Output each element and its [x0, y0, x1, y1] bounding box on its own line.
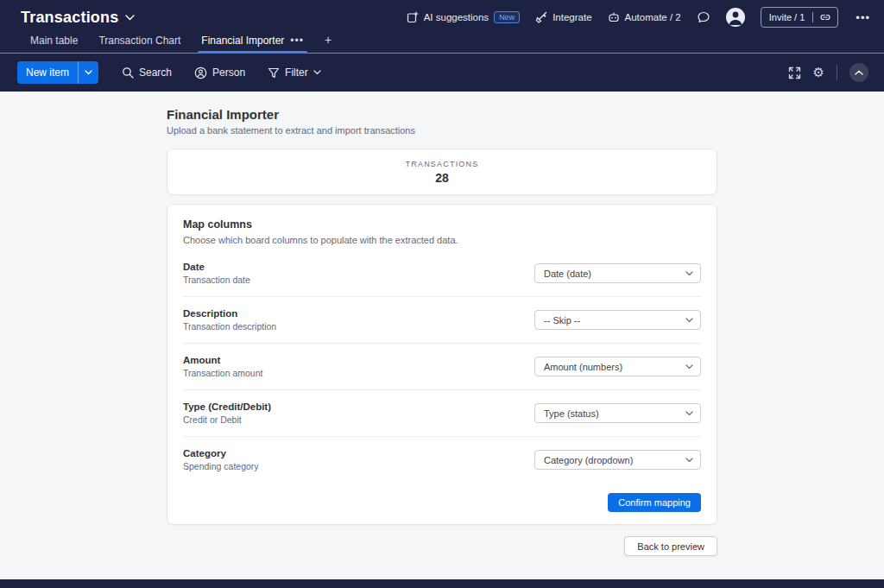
column-mapping-select[interactable]: Amount (numbers)	[534, 357, 701, 376]
mapping-row-labels: Category Spending category	[183, 448, 259, 471]
user-avatar[interactable]	[726, 8, 745, 27]
ai-suggestions-icon	[407, 11, 419, 23]
column-sublabel: Credit or Debit	[183, 414, 271, 425]
column-label: Type (Credit/Debit)	[183, 401, 271, 412]
integrate-label: Integrate	[552, 12, 591, 22]
chevron-down-icon	[685, 411, 693, 416]
settings-button[interactable]: ⚙	[813, 65, 824, 80]
mapping-row: Description Transaction description -- S…	[183, 297, 701, 344]
map-columns-card: Map columns Choose which board columns t…	[167, 204, 717, 525]
page-title: Financial Importer	[167, 107, 717, 122]
mapping-row: Type (Credit/Debit) Credit or Debit Type…	[183, 390, 701, 437]
column-sublabel: Spending category	[183, 461, 259, 471]
header-top-row: Transactions AI suggestions New Integrat…	[0, 0, 884, 33]
mapping-row-labels: Date Transaction date	[183, 262, 250, 285]
integrate-button[interactable]: Integrate	[535, 11, 591, 23]
back-to-preview-button[interactable]: Back to preview	[624, 536, 717, 556]
integrate-wand-icon	[535, 11, 547, 23]
collapse-header-button[interactable]	[849, 63, 868, 82]
chevron-down-icon	[685, 364, 693, 370]
copy-link-button[interactable]	[812, 12, 837, 22]
column-mapping-select[interactable]: Category (dropdown)	[534, 450, 701, 470]
mapping-row: Amount Transaction amount Amount (number…	[183, 344, 701, 390]
main-content: Financial Importer Upload a bank stateme…	[0, 92, 884, 556]
transactions-count: 28	[435, 171, 449, 185]
person-label: Person	[212, 66, 245, 79]
chat-bubble-icon	[697, 10, 710, 24]
automate-button[interactable]: Automate / 2	[608, 11, 681, 23]
column-sublabel: Transaction date	[183, 275, 250, 285]
ai-suggestions-button[interactable]: AI suggestions New	[407, 11, 520, 23]
new-item-caret-button[interactable]	[78, 61, 98, 84]
select-value: Type (status)	[544, 408, 599, 419]
person-filter-button[interactable]: Person	[186, 62, 253, 84]
tab-label: Transaction Chart	[98, 35, 180, 47]
select-value: Amount (numbers)	[544, 362, 622, 372]
column-mapping-select[interactable]: -- Skip --	[534, 310, 701, 330]
toolbar-divider	[837, 65, 837, 80]
tab-main-table[interactable]: Main table	[30, 35, 78, 53]
invite-button[interactable]: Invite / 1	[761, 12, 813, 22]
bottom-bar	[0, 579, 884, 588]
chevron-down-icon	[85, 70, 92, 75]
map-columns-subtitle: Choose which board columns to populate w…	[183, 235, 701, 245]
new-badge: New	[494, 11, 520, 23]
automate-robot-icon	[608, 11, 620, 23]
mapping-rows: Date Transaction date Date (date) Descri…	[183, 250, 701, 483]
fullscreen-button[interactable]	[788, 66, 801, 79]
column-mapping-select[interactable]: Date (date)	[534, 263, 701, 283]
board-tabs: Main table Transaction Chart Financial I…	[0, 33, 884, 54]
tab-label: Financial Importer	[201, 35, 284, 47]
add-view-button[interactable]: +	[325, 33, 332, 53]
mapping-row: Category Spending category Category (dro…	[183, 437, 701, 483]
board-toolbar: New item Search Person Filter	[0, 54, 884, 92]
summary-label: TRANSACTIONS	[406, 160, 479, 168]
search-button[interactable]: Search	[114, 62, 180, 83]
new-item-button-group[interactable]: New item	[17, 61, 98, 84]
tab-financial-importer[interactable]: Financial Importer •••	[201, 35, 304, 53]
board-title-menu[interactable]: Transactions	[21, 9, 135, 27]
app-header: Transactions AI suggestions New Integrat…	[0, 0, 884, 92]
mapping-row-labels: Amount Transaction amount	[183, 355, 262, 378]
tab-transaction-chart[interactable]: Transaction Chart	[98, 35, 180, 53]
board-title: Transactions	[21, 9, 118, 27]
column-label: Category	[183, 448, 259, 458]
new-item-button[interactable]: New item	[17, 66, 78, 79]
map-columns-title: Map columns	[183, 218, 701, 231]
chevron-down-icon	[685, 458, 693, 463]
column-label: Amount	[183, 355, 262, 365]
chevron-down-icon	[313, 70, 321, 75]
mapping-row-labels: Description Transaction description	[183, 308, 276, 332]
mapping-row: Date Transaction date Date (date)	[183, 250, 701, 297]
confirm-mapping-button[interactable]: Confirm mapping	[608, 493, 701, 512]
search-label: Search	[139, 66, 172, 79]
automate-label: Automate / 2	[625, 12, 681, 22]
column-label: Date	[183, 262, 250, 272]
column-label: Description	[183, 308, 276, 319]
transactions-summary-card: TRANSACTIONS 28	[167, 149, 717, 195]
expand-icon	[788, 66, 801, 79]
chevron-up-icon	[855, 70, 863, 75]
search-icon	[122, 66, 134, 79]
column-sublabel: Transaction amount	[183, 368, 262, 378]
tab-options-icon[interactable]: •••	[290, 35, 304, 47]
chevron-down-icon	[125, 15, 135, 21]
filter-button[interactable]: Filter	[260, 62, 329, 83]
header-actions: AI suggestions New Integrate Automate / …	[407, 7, 872, 28]
column-sublabel: Transaction description	[183, 321, 276, 332]
column-mapping-select[interactable]: Type (status)	[534, 403, 701, 423]
toolbar-right: ⚙	[788, 63, 868, 82]
mapping-row-labels: Type (Credit/Debit) Credit or Debit	[183, 401, 271, 425]
link-icon	[819, 12, 831, 22]
page-subtitle: Upload a bank statement to extract and i…	[167, 125, 717, 136]
tab-label: Main table	[30, 35, 78, 47]
chevron-down-icon	[685, 318, 693, 323]
chat-button[interactable]	[697, 10, 710, 24]
ai-suggestions-label: AI suggestions	[424, 12, 489, 22]
header-more-button[interactable]: •••	[854, 11, 872, 24]
chevron-down-icon	[685, 271, 693, 276]
invite-button-group: Invite / 1	[761, 7, 839, 28]
person-icon	[194, 66, 207, 79]
select-value: Category (dropdown)	[544, 455, 633, 465]
select-value: Date (date)	[544, 269, 591, 279]
